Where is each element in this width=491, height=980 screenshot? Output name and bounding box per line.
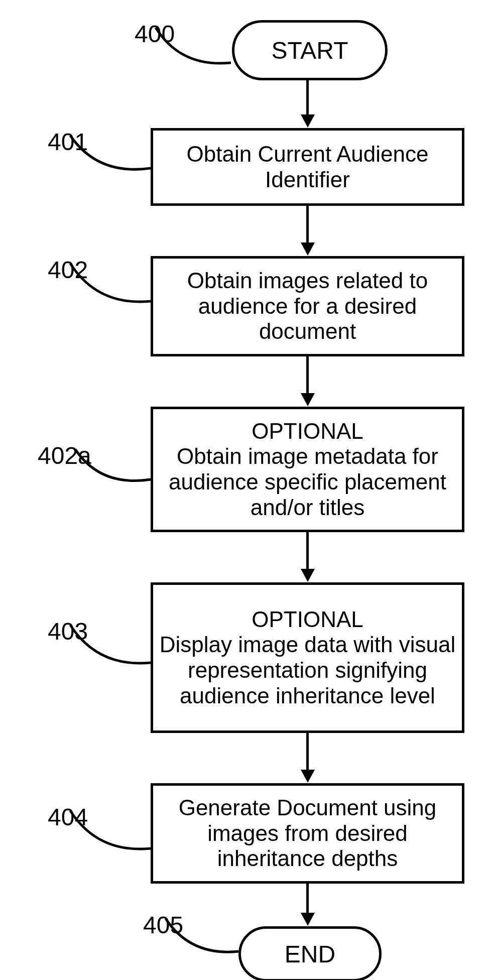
leader-403	[70, 625, 153, 675]
step-401-text: Obtain Current Audience Identifier	[158, 142, 457, 192]
step-403: OPTIONAL Display image data with visual …	[151, 582, 464, 733]
start-terminator: START	[232, 20, 388, 80]
leader-405	[166, 919, 241, 964]
step-403-text: Display image data with visual represent…	[158, 632, 457, 708]
arrow-start-401	[306, 78, 309, 115]
end-label: END	[285, 940, 335, 968]
arrowhead-402-402a	[301, 393, 315, 406]
leader-400	[156, 28, 236, 75]
arrow-402-402a	[306, 356, 309, 394]
arrowhead-402a-403	[301, 569, 315, 582]
arrow-403-404	[306, 733, 309, 771]
step-403-prefix: OPTIONAL	[252, 607, 363, 633]
leader-402a	[75, 449, 153, 495]
arrowhead-401-402	[301, 242, 315, 256]
arrowhead-start-401	[301, 114, 315, 128]
end-terminator: END	[238, 926, 382, 980]
step-404: Generate Document using images from desi…	[151, 783, 464, 884]
arrowhead-404-end	[301, 913, 315, 926]
arrow-404-end	[306, 884, 309, 914]
step-401: Obtain Current Audience Identifier	[151, 128, 464, 206]
step-402a-prefix: OPTIONAL	[252, 419, 363, 444]
flowchart-canvas: START 400 Obtain Current Audience Identi…	[0, 0, 491, 980]
arrowhead-403-404	[301, 770, 315, 783]
step-402a-text: Obtain image metadata for audience speci…	[158, 444, 457, 520]
leader-404	[70, 811, 153, 861]
arrow-402a-403	[306, 532, 309, 570]
leader-401	[70, 136, 153, 183]
step-402-text: Obtain images related to audience for a …	[158, 268, 457, 344]
arrow-401-402	[306, 206, 309, 243]
start-label: START	[272, 37, 348, 64]
step-404-text: Generate Document using images from desi…	[158, 795, 457, 872]
step-402a: OPTIONAL Obtain image metadata for audie…	[151, 407, 464, 532]
step-402: Obtain images related to audience for a …	[151, 256, 464, 356]
leader-402	[70, 264, 153, 314]
